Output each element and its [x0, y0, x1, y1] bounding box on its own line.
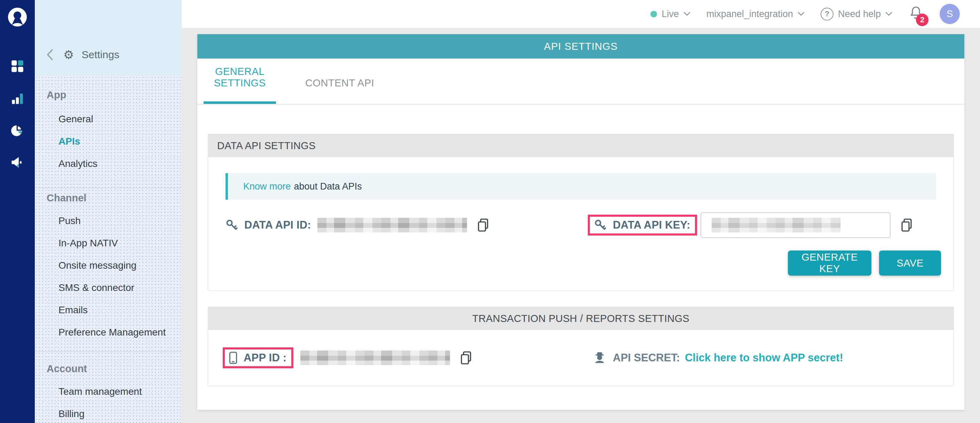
api-settings-card: API SETTINGS GENERAL SETTINGS CONTENT AP…: [197, 34, 964, 410]
gear-icon: ⚙: [63, 49, 74, 61]
sidebar-item-billing[interactable]: Billing: [35, 403, 182, 423]
highlight-box-app-id: APP ID :: [223, 347, 293, 368]
mobile-phone-icon: [229, 351, 237, 364]
data-api-id-group: DATA API ID:: [226, 217, 581, 233]
live-status-dot: [651, 11, 657, 18]
segments-pie-icon[interactable]: [11, 124, 24, 138]
sidebar-header: ⚙ Settings: [35, 0, 182, 76]
transaction-credentials-row: APP ID :: [208, 330, 953, 386]
need-help-label: Need help: [838, 9, 881, 19]
api-secret-label: API SECRET:: [613, 351, 680, 364]
tab-bar: GENERAL SETTINGS CONTENT API: [197, 59, 964, 105]
chevron-down-icon: [798, 12, 805, 16]
save-button[interactable]: SAVE: [879, 251, 941, 276]
need-help-dropdown[interactable]: ? Need help: [821, 8, 892, 21]
environment-dropdown[interactable]: Live: [651, 9, 690, 19]
back-chevron-icon[interactable]: [46, 49, 54, 61]
data-api-settings-section: DATA API SETTINGS Know more about Data A…: [208, 134, 954, 291]
sidebar-item-inapp-nativ[interactable]: In-App NATIV: [35, 232, 182, 254]
know-more-callout: Know more about Data APIs: [226, 173, 936, 200]
notification-badge: 2: [916, 14, 929, 26]
data-api-key-group: DATA API KEY:: [581, 212, 936, 238]
data-api-key-value-redacted: [712, 218, 840, 232]
key-icon: [226, 219, 238, 231]
sidebar-item-analytics[interactable]: Analytics: [35, 153, 182, 175]
highlight-box-data-api-key: DATA API KEY:: [588, 215, 697, 236]
settings-nav: App General APIs Analytics Channel Push …: [35, 76, 182, 423]
data-api-id-label: DATA API ID:: [244, 219, 311, 231]
sidebar-item-general[interactable]: General: [35, 108, 182, 130]
app-id-value-redacted: [300, 351, 450, 365]
user-avatar[interactable]: S: [940, 4, 960, 24]
app-rail: [0, 0, 35, 423]
generate-key-button[interactable]: GENERATE KEY: [788, 251, 872, 276]
sidebar-item-onsite-messaging[interactable]: Onsite messaging: [35, 254, 182, 277]
top-bar: Live mixpanel_integration ? Need help 2 …: [182, 0, 980, 28]
analytics-bars-icon[interactable]: [11, 93, 24, 106]
data-api-id-value-redacted: [317, 218, 467, 232]
api-secret-group: API SECRET: Click here to show APP secre…: [581, 351, 939, 364]
settings-sidebar: ⚙ Settings App General APIs Analytics Ch…: [35, 0, 182, 423]
page-title: API SETTINGS: [197, 34, 964, 59]
copy-app-id-button[interactable]: [459, 350, 473, 366]
brand-logo[interactable]: [7, 7, 27, 29]
nav-divider: [35, 187, 182, 188]
transaction-push-section: TRANSACTION PUSH / REPORTS SETTINGS APP …: [208, 306, 954, 386]
data-api-key-label: DATA API KEY:: [613, 219, 690, 231]
tab-general-settings[interactable]: GENERAL SETTINGS: [204, 66, 276, 104]
nav-section-app: App: [35, 88, 182, 102]
tab-content-api[interactable]: CONTENT API: [300, 77, 379, 104]
app-id-label: APP ID :: [243, 351, 286, 364]
data-api-key-input[interactable]: [700, 212, 891, 238]
sidebar-item-apis[interactable]: APIs: [35, 130, 182, 153]
app-id-group: APP ID :: [223, 347, 581, 368]
sidebar-item-push[interactable]: Push: [35, 210, 182, 232]
nav-section-account: Account: [35, 362, 182, 376]
copy-data-api-key-button[interactable]: [900, 217, 913, 233]
chevron-down-icon: [684, 12, 690, 16]
sidebar-item-sms-connector[interactable]: SMS & connector: [35, 277, 182, 299]
sidebar-item-emails[interactable]: Emails: [35, 299, 182, 321]
know-more-link[interactable]: Know more: [243, 181, 291, 192]
nav-divider: [35, 351, 182, 352]
copy-data-api-id-button[interactable]: [476, 217, 490, 233]
campaigns-megaphone-icon[interactable]: [11, 156, 24, 171]
data-api-settings-header: DATA API SETTINGS: [208, 134, 953, 157]
key-icon: [594, 219, 606, 231]
environment-label: Live: [662, 9, 679, 19]
chevron-down-icon: [885, 12, 892, 16]
help-circle-icon: ?: [821, 8, 834, 21]
apps-grid-icon[interactable]: [11, 60, 24, 74]
spy-icon: [593, 351, 606, 364]
project-dropdown[interactable]: mixpanel_integration: [706, 9, 805, 19]
sidebar-item-team-management[interactable]: Team management: [35, 380, 182, 403]
sidebar-title: Settings: [81, 49, 119, 61]
sidebar-item-preference-management[interactable]: Preference Management: [35, 321, 182, 343]
nav-section-channel: Channel: [35, 191, 182, 205]
person-logo-icon: [7, 7, 27, 27]
transaction-push-header: TRANSACTION PUSH / REPORTS SETTINGS: [208, 307, 953, 330]
api-credentials-row: DATA API ID:: [208, 212, 953, 238]
know-more-text: about Data APIs: [294, 181, 362, 192]
notifications-button[interactable]: 2: [908, 5, 924, 23]
show-app-secret-link[interactable]: Click here to show APP secret!: [685, 351, 843, 364]
project-name: mixpanel_integration: [706, 9, 793, 19]
data-api-actions: GENERATE KEY SAVE: [208, 251, 941, 276]
